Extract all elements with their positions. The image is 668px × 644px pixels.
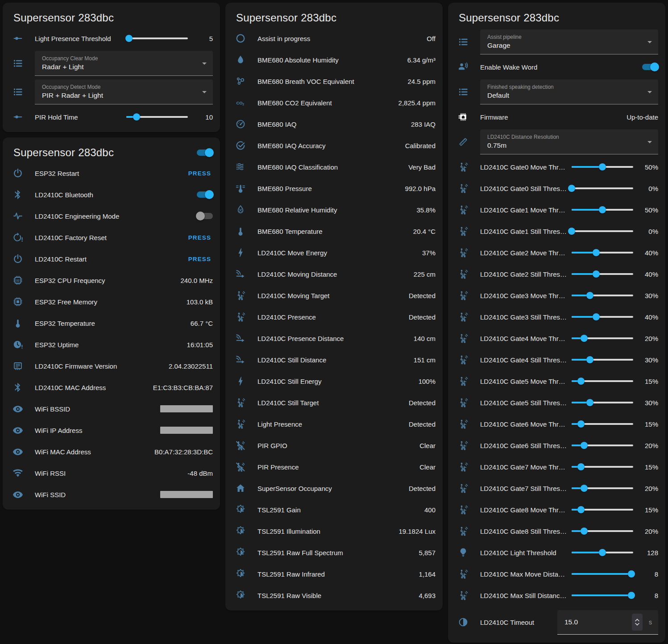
row-esp32-uptime[interactable]: ESP32 Uptime16:01:05 (3, 334, 220, 355)
slider-knob[interactable] (628, 570, 635, 578)
slider-knob[interactable] (581, 442, 588, 449)
slider-knob[interactable] (599, 206, 606, 213)
slider-knob[interactable] (581, 528, 588, 535)
slider[interactable] (572, 462, 633, 471)
row-ld2410c-moving-target[interactable]: LD2410C Moving TargetDetected (225, 285, 443, 306)
row-bme680-iaq-accuracy[interactable]: BME680 IAQ AccuracyCalibrated (225, 135, 443, 156)
row-assist-in-progress[interactable]: Assist in progressOff (225, 28, 443, 49)
slider-knob[interactable] (599, 163, 606, 170)
toggle-switch[interactable] (642, 64, 658, 70)
slider[interactable] (126, 112, 188, 121)
row-wifi-ip-address[interactable]: WiFi IP Address (3, 420, 220, 441)
row-ld2410c-gate6-move-thr[interactable]: LD2410C Gate6 Move Thr…15% (448, 413, 665, 435)
select-occupancy-clear-mode[interactable]: Occupancy Clear ModeRadar + Light (35, 51, 213, 76)
row-ld2410c-gate2-move-thr[interactable]: LD2410C Gate2 Move Thr…40% (448, 242, 665, 263)
slider[interactable] (572, 248, 633, 257)
slider[interactable] (572, 312, 633, 321)
row-wifi-rssi[interactable]: WiFi RSSI-48 dBm (3, 462, 220, 484)
slider[interactable] (572, 227, 633, 236)
row-ld2410c-gate5-move-thr[interactable]: LD2410C Gate5 Move Thr…15% (448, 370, 665, 392)
slider[interactable] (572, 355, 633, 364)
slider-knob[interactable] (133, 113, 140, 120)
toggle-switch[interactable] (197, 191, 213, 198)
slider-knob[interactable] (577, 506, 585, 513)
row-bme680-relative-humidity[interactable]: BME680 Relative Humidity35.8% (225, 199, 443, 220)
row-ld2410c-gate8-still-thres[interactable]: LD2410C Gate8 Still Thres…20% (448, 520, 665, 542)
row-bme680-temperature[interactable]: BME680 Temperature20.4 °C (225, 220, 443, 242)
slider-knob[interactable] (568, 228, 575, 235)
slider[interactable] (572, 505, 633, 514)
row-firmware[interactable]: FirmwareUp-to-date (448, 106, 665, 128)
row-ld2410c-gate5-still-thres[interactable]: LD2410C Gate5 Still Thres…30% (448, 392, 665, 413)
row-esp32-cpu-frequency[interactable]: 32ESP32 CPU Frequency240.0 MHz (3, 270, 220, 291)
row-ld2410c-gate1-still-thres[interactable]: LD2410C Gate1 Still Thres…0% (448, 220, 665, 242)
slider[interactable] (572, 569, 633, 578)
row-esp32-free-memory[interactable]: ESP32 Free Memory103.0 kB (3, 291, 220, 312)
row-ld2410c-gate0-still-thres[interactable]: LD2410C Gate0 Still Thres…0% (448, 178, 665, 199)
slider-knob[interactable] (599, 549, 606, 556)
row-wifi-mac-address[interactable]: WiFi MAC AddressB0:A7:32:28:3D:BC (3, 441, 220, 462)
row-ld2410c-moving-distance[interactable]: LD2410C Moving Distance225 cm (225, 263, 443, 285)
slider-knob[interactable] (593, 249, 600, 256)
row-pir-presence[interactable]: PIR PresenceClear (225, 456, 443, 478)
row-esp32-temperature[interactable]: ESP32 Temperature66.7 °C (3, 312, 220, 334)
select-occupancy-detect-mode[interactable]: Occupancy Detect ModePIR + Radar + Light (35, 79, 213, 104)
row-ld2410c-gate4-move-thr[interactable]: LD2410C Gate4 Move Thr…20% (448, 328, 665, 349)
slider-knob[interactable] (125, 35, 133, 42)
row-pir-hold-time[interactable]: PIR Hold Time10 (3, 106, 220, 128)
slider[interactable] (572, 527, 633, 536)
press-button[interactable]: PRESS (187, 253, 213, 265)
toggle-switch[interactable] (197, 150, 213, 156)
slider[interactable] (572, 291, 633, 300)
slider-knob[interactable] (628, 592, 635, 599)
slider-knob[interactable] (568, 185, 575, 192)
row-ld2410c-still-target[interactable]: LD2410C Still TargetDetected (225, 392, 443, 413)
row-ld2410c-gate7-still-thres[interactable]: LD2410C Gate7 Still Thres…20% (448, 478, 665, 499)
row-light-presence-threshold[interactable]: Light Presence Threshold5 (3, 28, 220, 49)
slider[interactable] (572, 162, 633, 171)
press-button[interactable]: PRESS (187, 167, 213, 179)
slider[interactable] (572, 334, 633, 343)
row-bme680-breath-voc-equivalent[interactable]: BME680 Breath VOC Equivalent24.5 ppm (225, 71, 443, 92)
slider-knob[interactable] (581, 485, 588, 492)
row-tsl2591-raw-full-spectrum[interactable]: TSL2591 Raw Full Spectrum5,857 (225, 542, 443, 563)
slider-knob[interactable] (586, 356, 593, 363)
row-wifi-ssid[interactable]: WiFi SSID (3, 484, 220, 505)
slider-knob[interactable] (586, 399, 593, 406)
row-tsl2591-gain[interactable]: TSL2591 Gain400 (225, 499, 443, 520)
row-tsl2591-raw-infrared[interactable]: TSL2591 Raw Infrared1,164 (225, 563, 443, 585)
row-ld2410c-gate1-move-thr[interactable]: LD2410C Gate1 Move Thr…50% (448, 199, 665, 220)
slider-knob[interactable] (581, 335, 588, 342)
row-tsl2591-raw-visible[interactable]: TSL2591 Raw Visible4,693 (225, 585, 443, 606)
row-ld2410c-still-energy[interactable]: LD2410C Still Energy100% (225, 370, 443, 392)
slider-knob[interactable] (577, 463, 585, 470)
select-ld2410c-distance-resolution[interactable]: LD2410C Distance Resolution0.75m (480, 129, 658, 154)
row-ld2410c-gate7-move-thr[interactable]: LD2410C Gate7 Move Thr…15% (448, 456, 665, 478)
row-supersensor-occupancy[interactable]: SuperSensor OccupancyDetected (225, 478, 443, 499)
slider[interactable] (572, 420, 633, 428)
row-ld2410c-presence-distance[interactable]: LD2410C Presence Distance140 cm (225, 328, 443, 349)
select-finished-speaking-detection[interactable]: Finished speaking detectionDefault (480, 79, 658, 104)
slider-knob[interactable] (577, 420, 585, 428)
slider[interactable] (572, 398, 633, 407)
slider[interactable] (572, 205, 633, 214)
slider-knob[interactable] (577, 378, 585, 385)
slider[interactable] (572, 441, 633, 450)
row-bme680-co2-equivalent[interactable]: CO2BME680 CO2 Equivalent2,825.4 ppm (225, 92, 443, 113)
row-esp32-restart[interactable]: ESP32 RestartPRESS (3, 162, 220, 184)
slider-knob[interactable] (586, 292, 593, 299)
row-ld2410c-restart[interactable]: LD2410C RestartPRESS (3, 248, 220, 270)
row-ld2410c-mac-address[interactable]: LD2410C MAC AddressE1:C3:B3:CB:BA:87 (3, 377, 220, 398)
slider[interactable] (126, 34, 188, 43)
press-button[interactable]: PRESS (187, 232, 213, 244)
row-enable-wake-word[interactable]: Enable Wake Word (448, 56, 665, 78)
slider[interactable] (572, 484, 633, 493)
stepper-control[interactable] (632, 614, 643, 631)
row-light-presence[interactable]: Light PresenceDetected (225, 413, 443, 435)
row-ld2410c-max-move-dista[interactable]: LD2410C Max Move Dista…8 (448, 563, 665, 585)
row-ld2410c-bluetooth[interactable]: LD2410C Bluetooth (3, 184, 220, 205)
slider[interactable] (572, 548, 633, 557)
row-wifi-bssid[interactable]: WiFi BSSID (3, 398, 220, 420)
slider[interactable] (572, 270, 633, 278)
row-ld2410c-gate4-still-thres[interactable]: LD2410C Gate4 Still Thres…30% (448, 349, 665, 370)
